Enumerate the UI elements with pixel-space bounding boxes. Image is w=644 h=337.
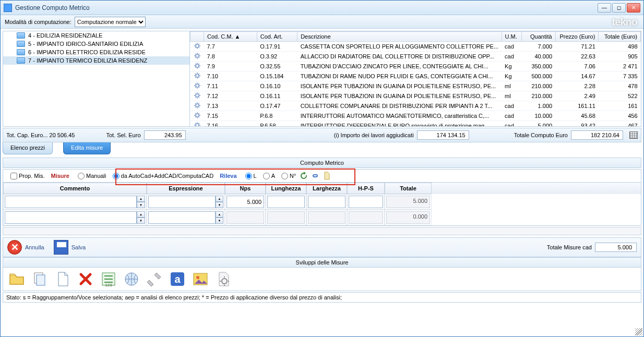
tree-item[interactable]: 6 - IMPIANTO ELETTRICO EDILIZIA RESIDE bbox=[3, 48, 189, 56]
resize-grip[interactable] bbox=[635, 328, 642, 335]
svg-rect-11 bbox=[37, 275, 45, 285]
maximize-button[interactable]: ◻ bbox=[612, 3, 626, 13]
table-row[interactable]: 7.11O.16.10ISOLANTE PER TUBAZIONI IN GUA… bbox=[190, 81, 641, 91]
grid-toggle-icon[interactable] bbox=[629, 131, 638, 139]
section-computo-metrico: Computo Metrico bbox=[3, 158, 641, 168]
open-folder-icon[interactable] bbox=[8, 271, 25, 287]
col-totale[interactable]: Totale (Euro) bbox=[599, 32, 641, 42]
spin-up[interactable]: ▲ bbox=[216, 211, 223, 218]
folder-icon bbox=[17, 41, 25, 47]
table-row[interactable]: 7.10O.15.184TUBAZIONI DI RAME NUDO PER F… bbox=[190, 71, 641, 81]
nps-input[interactable] bbox=[226, 196, 264, 208]
sort-asc-icon: ▲ bbox=[235, 33, 241, 40]
spin-down[interactable]: ▼ bbox=[137, 218, 145, 224]
gear-icon bbox=[194, 52, 201, 59]
table-row[interactable]: 7.7O.17.91CASSETTA CON SPORTELLO PER ALL… bbox=[190, 42, 641, 52]
svg-point-7 bbox=[196, 114, 199, 117]
svg-point-3 bbox=[196, 74, 199, 77]
table-row[interactable]: 7.13O.17.47COLLETTORE COMPLANARE DI DIST… bbox=[190, 101, 641, 111]
gear-icon bbox=[194, 62, 201, 69]
section-sviluppi: Sviluppi delle Misure bbox=[3, 257, 641, 268]
table-row[interactable]: 7.9O.32.55TUBAZIONI D'ACCIAIO ZINCATO PE… bbox=[190, 62, 641, 71]
spin-up[interactable]: ▲ bbox=[137, 196, 145, 202]
tools-icon[interactable] bbox=[146, 271, 163, 287]
tab-elenco-prezzi[interactable]: Elenco prezzi bbox=[3, 142, 53, 154]
svg-point-0 bbox=[196, 44, 199, 47]
col-descr[interactable]: Descrizione bbox=[297, 32, 502, 42]
horizontal-scrollbar[interactable] bbox=[3, 227, 641, 235]
measurement-grid: Commento Espressione Nps Lunghezza Largh… bbox=[3, 183, 641, 226]
minimize-button[interactable]: — bbox=[598, 3, 611, 13]
items-grid[interactable]: Cod. C.M. ▲ Cod. Art. Descrizione U.M. Q… bbox=[190, 31, 641, 126]
close-button[interactable]: ✕ bbox=[627, 3, 640, 13]
page-tabs: Elenco prezzi Edita misure bbox=[3, 142, 641, 154]
hps-input[interactable] bbox=[349, 196, 383, 208]
tree-item[interactable]: 5 - IMPIANTO IDRICO-SANITARIO EDILIZIA bbox=[3, 40, 189, 48]
tot-sel-label: Tot. Sel. Euro bbox=[106, 132, 140, 138]
col-lunghezza: Lunghezza bbox=[266, 183, 306, 194]
measure-row: ▲▼▲▼0.000 bbox=[3, 210, 641, 225]
tree-item[interactable]: 4 - EDILIZIA RESIDENZIALE bbox=[3, 31, 189, 40]
spin-down[interactable]: ▼ bbox=[216, 202, 223, 208]
col-prezzo[interactable]: Prezzo (Euro) bbox=[555, 32, 599, 42]
link-icon[interactable] bbox=[311, 172, 319, 180]
autocad-radio[interactable] bbox=[113, 173, 120, 179]
lunghezza-input[interactable] bbox=[267, 196, 305, 208]
mode-toolbar: Modalità di computazione: Computazione n… bbox=[1, 15, 643, 29]
commento-input[interactable] bbox=[5, 196, 137, 208]
annulla-button[interactable]: ✕ Annulla bbox=[7, 240, 44, 255]
document-icon[interactable] bbox=[323, 172, 331, 180]
spin-up[interactable]: ▲ bbox=[216, 196, 223, 202]
col-cod-cm[interactable]: Cod. C.M. ▲ bbox=[204, 32, 257, 42]
window-title: Gestione Computo Metrico bbox=[15, 4, 598, 11]
copy-icon[interactable] bbox=[31, 271, 48, 287]
category-tree[interactable]: 4 - EDILIZIA RESIDENZIALE5 - IMPIANTO ID… bbox=[3, 31, 190, 126]
spin-down[interactable]: ▼ bbox=[137, 202, 145, 208]
hps-readonly bbox=[349, 211, 383, 224]
prop-mis-checkbox[interactable] bbox=[10, 173, 17, 179]
delete-icon[interactable] bbox=[77, 271, 94, 287]
spin-down[interactable]: ▼ bbox=[216, 218, 223, 224]
mode-label: Modalità di computazione: bbox=[5, 19, 71, 25]
col-commento: Commento bbox=[3, 183, 147, 194]
table-row[interactable]: 7.16P.6.58INTERRUTTORE DIFFERENZIALE PUR… bbox=[190, 121, 641, 127]
refresh-icon[interactable] bbox=[300, 172, 308, 180]
manuali-radio[interactable] bbox=[78, 173, 85, 179]
salva-button[interactable]: Salva bbox=[54, 240, 86, 255]
espressione-input[interactable] bbox=[148, 196, 216, 208]
titlebar: Gestione Computo Metrico — ◻ ✕ bbox=[1, 1, 643, 15]
col-nps: Nps bbox=[225, 183, 266, 194]
settings-gear-icon[interactable] bbox=[215, 271, 232, 287]
svg-point-4 bbox=[196, 84, 199, 87]
rileva-n-radio[interactable] bbox=[281, 173, 288, 179]
new-page-icon[interactable] bbox=[54, 271, 71, 287]
espressione-input[interactable] bbox=[148, 211, 216, 224]
table-row[interactable]: 7.8O.3.92ALLACCIO DI RADIATORE DAL COLLE… bbox=[190, 52, 641, 62]
nps-readonly bbox=[226, 211, 264, 224]
folder-icon bbox=[17, 49, 25, 55]
image-icon[interactable] bbox=[192, 271, 209, 287]
col-cod-art[interactable]: Cod. Art. bbox=[257, 32, 297, 42]
tot-cap-label: Tot. Cap. Euro... 20 506.45 bbox=[6, 132, 75, 138]
misure-label: Misure bbox=[51, 173, 69, 179]
mode-select[interactable]: Computazione normale bbox=[75, 17, 146, 27]
commento-input[interactable] bbox=[5, 211, 137, 224]
globe-icon[interactable] bbox=[123, 271, 140, 287]
svg-point-2 bbox=[196, 64, 199, 67]
tree-item[interactable]: 7 - IMPIANTO TERMICO EDILIZIA RESIDENZ bbox=[3, 56, 189, 65]
table-row[interactable]: 7.12O.16.11ISOLANTE PER TUBAZIONI IN GUA… bbox=[190, 91, 641, 101]
larghezza-input[interactable] bbox=[308, 196, 345, 208]
spin-up[interactable]: ▲ bbox=[137, 211, 145, 218]
list-icon[interactable]: 123 bbox=[100, 271, 117, 287]
rileva-a-radio[interactable] bbox=[263, 173, 270, 179]
col-espressione: Espressione bbox=[147, 183, 225, 194]
table-row[interactable]: 7.15P.6.8INTERRUTTORE AUTOMATICO MAGNETO… bbox=[190, 111, 641, 121]
col-qta[interactable]: Quantità bbox=[521, 32, 555, 42]
col-hps: H-P-S bbox=[347, 183, 385, 194]
tab-edita-misure[interactable]: Edita misure bbox=[63, 142, 111, 154]
col-um[interactable]: U.M. bbox=[502, 32, 521, 42]
col-larghezza: Larghezza bbox=[306, 183, 347, 194]
rileva-l-radio[interactable] bbox=[245, 173, 252, 179]
svg-text:a: a bbox=[174, 273, 181, 285]
autocad-a-icon[interactable]: a bbox=[169, 271, 186, 287]
